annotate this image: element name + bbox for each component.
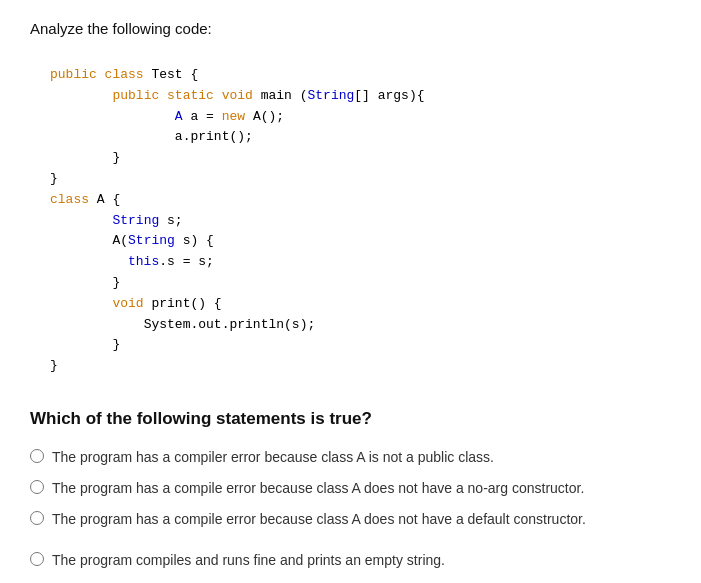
option-item: The program has a compiler error because…	[30, 447, 671, 468]
code-line: }	[50, 148, 651, 169]
code-line: this.s = s;	[50, 252, 651, 273]
option-radio-opt4[interactable]	[30, 552, 44, 566]
code-line: }	[50, 273, 651, 294]
option-label: The program has a compile error because …	[52, 509, 586, 530]
code-line: public class Test {	[50, 65, 651, 86]
which-question: Which of the following statements is tru…	[30, 409, 671, 429]
option-item: The program compiles and runs fine and p…	[30, 550, 671, 571]
code-line: public static void main (String[] args){	[50, 86, 651, 107]
code-line: class A {	[50, 190, 651, 211]
option-radio-opt1[interactable]	[30, 449, 44, 463]
options-group: The program has a compiler error because…	[30, 447, 671, 583]
code-line: }	[50, 169, 651, 190]
option-radio-opt3[interactable]	[30, 511, 44, 525]
code-line: a.print();	[50, 127, 651, 148]
question-prompt: Analyze the following code:	[30, 20, 671, 37]
option-label: The program compiles and runs fine and p…	[52, 550, 445, 571]
option-radio-opt2[interactable]	[30, 480, 44, 494]
code-line: }	[50, 335, 651, 356]
code-line: void print() {	[50, 294, 651, 315]
code-line: String s;	[50, 211, 651, 232]
code-line: System.out.println(s);	[50, 315, 651, 336]
code-line: A(String s) {	[50, 231, 651, 252]
option-label: The program has a compile error because …	[52, 478, 584, 499]
code-block: public class Test { public static void m…	[30, 55, 671, 387]
option-label: The program has a compiler error because…	[52, 447, 494, 468]
option-item: The program has a compile error because …	[30, 478, 671, 499]
option-item: The program has a compile error because …	[30, 509, 671, 530]
code-line: }	[50, 356, 651, 377]
code-line: A a = new A();	[50, 107, 651, 128]
